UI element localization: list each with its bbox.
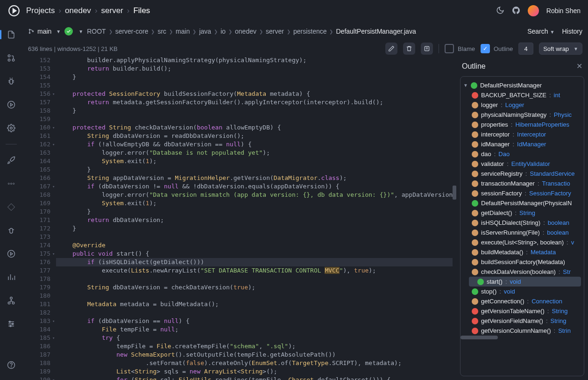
sidebar-play2-icon[interactable] [4, 246, 19, 261]
outline-item[interactable]: idManager : IdManager [466, 139, 584, 149]
code-line[interactable]: } [56, 107, 453, 115]
path-seg[interactable]: persistence [293, 28, 327, 35]
code-line[interactable]: .setFormat(false).createOnly(EnumSet.of(… [56, 359, 453, 367]
minimap-scrollbar[interactable] [453, 56, 456, 380]
line-number[interactable]: 176 [22, 258, 50, 266]
outline-item[interactable]: isHSQLDialect(String) : boolean [466, 218, 584, 228]
outline-item[interactable]: buildSessionFactory(Metadata) [466, 257, 584, 267]
line-number[interactable]: 153 [22, 65, 50, 73]
history-link[interactable]: History [562, 28, 582, 35]
sidebar-bug-icon[interactable] [4, 74, 19, 89]
line-number[interactable]: 162 [22, 140, 50, 149]
code-line[interactable]: if (dbDataVersion != null && !dbDataVers… [56, 182, 453, 191]
outline-item[interactable]: BACKUP_BATCH_SIZE : int [466, 90, 584, 100]
code-line[interactable]: protected String checkDataVersion(boolea… [56, 123, 453, 132]
outline-item[interactable]: getVersionTableName() : String [466, 306, 584, 316]
line-number[interactable]: 178 [22, 275, 50, 283]
outline-item[interactable]: isServerRunning(File) : boolean [466, 228, 584, 237]
username[interactable]: Robin Shen [546, 7, 581, 14]
sidebar-bug2-icon[interactable] [4, 223, 19, 238]
outline-root[interactable]: ▼ DefaultPersistManager [460, 80, 584, 90]
sidebar-pr-icon[interactable] [4, 50, 19, 65]
fold-toggle[interactable]: ▾ [52, 140, 56, 149]
code-line[interactable]: @Override [56, 241, 453, 250]
line-number[interactable]: 184 [22, 325, 50, 334]
code-line[interactable]: } [56, 224, 453, 233]
branch-selector[interactable]: main ▼ [28, 28, 61, 35]
code-line[interactable]: public void start() { [56, 250, 453, 258]
code-line[interactable] [56, 233, 453, 241]
edit-button[interactable] [385, 43, 397, 55]
path-seg[interactable]: main [176, 28, 190, 35]
outline-item[interactable]: start() : void [469, 277, 581, 287]
outline-item[interactable]: sessionFactory : SessionFactory [466, 188, 584, 198]
status-chevron-icon[interactable]: ▼ [78, 29, 83, 34]
code-line[interactable]: String dbDataVersion = checkDataVersion(… [56, 283, 453, 292]
line-number[interactable]: 152 [22, 56, 50, 65]
fold-toggle[interactable]: ▾ [52, 376, 56, 380]
outline-item[interactable]: properties : HibernateProperties [466, 120, 584, 129]
outline-hscrollbar[interactable] [460, 336, 584, 340]
code-line[interactable]: return dbDataVersion; [56, 216, 453, 224]
outline-item[interactable]: physicalNamingStrategy : Physic [466, 110, 584, 120]
code-line[interactable]: Metadata metadata = buildMetadata(); [56, 300, 453, 308]
line-number[interactable]: 175 [22, 250, 50, 258]
line-number[interactable]: 169 [22, 199, 50, 208]
line-number[interactable]: 157 [22, 98, 50, 107]
outline-item[interactable]: execute(List<String>, boolean) : v [466, 237, 584, 247]
outline-item[interactable]: getConnection() : Connection [466, 296, 584, 306]
tab-width-input[interactable]: 4 [518, 43, 533, 55]
outline-item[interactable]: checkDataVersion(boolean) : Str [466, 267, 584, 277]
path-seg[interactable]: src [157, 28, 166, 35]
outline-item[interactable]: buildMetadata() : Metadata [466, 247, 584, 257]
app-logo[interactable] [7, 4, 21, 17]
sidebar-diamond-icon[interactable] [4, 200, 19, 215]
outline-item[interactable]: transactionManager : Transactio [466, 179, 584, 188]
line-number[interactable]: 154 [22, 73, 50, 81]
sidebar-chart-icon[interactable] [4, 270, 19, 285]
code-line[interactable]: protected SessionFactory buildSessionFac… [56, 90, 453, 98]
line-number[interactable]: 186 [22, 342, 50, 351]
path-seg[interactable]: io [220, 28, 226, 35]
code-line[interactable]: logger.error("Database is not populated … [56, 149, 453, 157]
outline-item[interactable]: validator : EntityValidator [466, 159, 584, 169]
sidebar-tree-icon[interactable] [4, 293, 19, 308]
path-seg[interactable]: ROOT [87, 28, 106, 35]
sidebar-sliders-icon[interactable] [4, 316, 19, 331]
line-number[interactable]: 155 [22, 81, 50, 90]
line-number[interactable]: 172 [22, 224, 50, 233]
build-status-icon[interactable] [64, 27, 73, 36]
outline-item[interactable]: getVersionFieldName() : String [466, 316, 584, 326]
code-line[interactable]: tempFile = File.createTempFile("schema",… [56, 342, 453, 351]
code-line[interactable] [56, 292, 453, 300]
code-line[interactable]: execute(Lists.newArrayList("SET DATABASE… [56, 266, 453, 275]
code-line[interactable]: return builder.build(); [56, 65, 453, 73]
theme-icon[interactable] [496, 6, 504, 16]
line-number[interactable]: 181 [22, 300, 50, 308]
code-line[interactable]: if (!allowEmptyDB && dbDataVersion == nu… [56, 140, 453, 149]
outline-item[interactable]: serviceRegistry : StandardService [466, 169, 584, 179]
code-line[interactable]: builder.applyPhysicalNamingStrategy(phys… [56, 56, 453, 65]
line-number[interactable]: 166 [22, 174, 50, 182]
code-line[interactable]: new SchemaExport().setOutputFile(tempFil… [56, 351, 453, 359]
line-number[interactable]: 165 [22, 165, 50, 174]
outline-item[interactable]: logger : Logger [466, 100, 584, 110]
sidebar-play-icon[interactable] [4, 97, 19, 112]
line-number[interactable]: 182 [22, 308, 50, 317]
line-number[interactable]: 177 [22, 266, 50, 275]
line-number[interactable]: 187 [22, 351, 50, 359]
top-crumb-onedev[interactable]: onedev [65, 6, 91, 15]
line-number[interactable]: 173 [22, 233, 50, 241]
code-line[interactable]: System.exit(1); [56, 199, 453, 208]
path-seg[interactable]: server-core [115, 28, 149, 35]
line-number[interactable]: 185 [22, 334, 50, 342]
line-number[interactable]: 189 [22, 367, 50, 376]
sidebar-help-icon[interactable] [4, 358, 19, 373]
top-crumb-server[interactable]: server [101, 6, 123, 15]
line-number[interactable]: 164 [22, 157, 50, 165]
code-line[interactable]: String appDataVersion = MigrationHelper.… [56, 174, 453, 182]
line-number[interactable]: 183 [22, 317, 50, 325]
code-line[interactable]: for (String sql: FileUtils.readLines(tem… [56, 376, 453, 380]
outline-item[interactable]: getDialect() : String [466, 208, 584, 218]
code-line[interactable] [56, 81, 453, 90]
